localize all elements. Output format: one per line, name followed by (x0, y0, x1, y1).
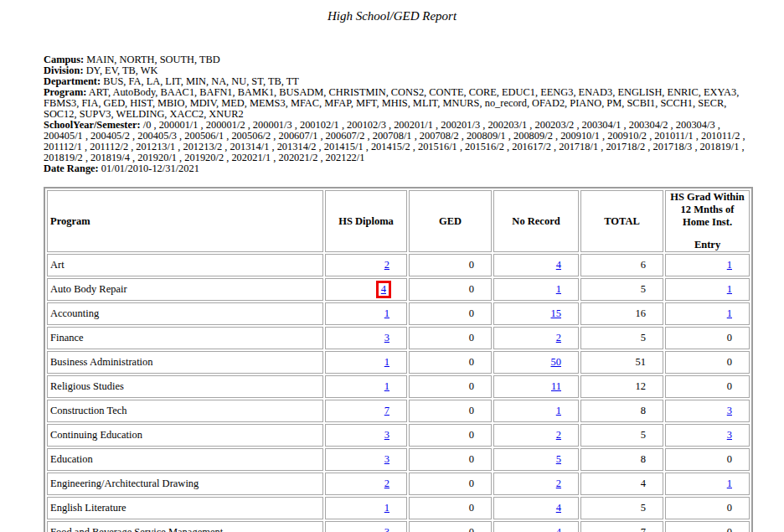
meta-value: BUS, FA, LA, LIT, MIN, NA, NU, ST, TB, T… (103, 75, 299, 87)
header-row: Program HS Diploma GED No Record TOTAL H… (47, 190, 750, 252)
no-record-link[interactable]: 1 (556, 405, 561, 416)
entry-link[interactable]: 1 (727, 283, 732, 295)
table-row: Religious Studies1011120 (47, 375, 750, 398)
ged-cell: 0 (409, 424, 492, 447)
meta-value: ART, AutoBody, BAAC1, BAFN1, BAMK1, BUSA… (44, 86, 739, 120)
no-record-cell: 2 (493, 327, 579, 349)
table-row: Finance30250 (47, 327, 750, 349)
table-row: Art20461 (47, 254, 750, 276)
total-cell: 16 (580, 302, 663, 325)
entry-link[interactable]: 1 (727, 307, 732, 319)
entry-value: 0 (727, 502, 732, 514)
entry-cell: 0 (665, 521, 750, 532)
hs-diploma-link[interactable]: 2 (384, 259, 389, 271)
meta-label: Program: (44, 86, 86, 98)
ged-value: 0 (469, 380, 474, 392)
no-record-cell: 4 (493, 497, 579, 519)
program-cell: Continuing Education (47, 424, 323, 447)
total-value: 5 (641, 332, 646, 343)
no-record-link[interactable]: 4 (556, 259, 561, 271)
hs-diploma-link[interactable]: 1 (384, 502, 389, 514)
entry-link[interactable]: 1 (727, 259, 732, 271)
hs-diploma-cell: 3 (325, 448, 407, 471)
col-header-hs-diploma: HS Diploma (325, 190, 407, 252)
ged-value: 0 (469, 453, 474, 465)
total-cell: 8 (580, 400, 663, 422)
total-cell: 6 (580, 254, 663, 276)
ged-cell: 0 (409, 254, 492, 276)
no-record-cell: 5 (493, 448, 579, 471)
no-record-link[interactable]: 15 (551, 307, 562, 319)
program-cell: Finance (47, 327, 323, 349)
no-record-link[interactable]: 5 (556, 453, 561, 465)
no-record-cell: 2 (493, 424, 579, 447)
hs-diploma-cell: 1 (325, 351, 407, 374)
hs-diploma-cell: 2 (325, 254, 407, 276)
report-filters-block: Campus: MAIN, NORTH, SOUTH, TBDDivision:… (44, 54, 761, 174)
ged-value: 0 (469, 259, 474, 271)
col-header-no-record: No Record (493, 190, 579, 252)
total-value: 5 (641, 283, 646, 295)
entry-cell: 0 (665, 375, 750, 398)
total-value: 16 (636, 307, 647, 319)
ged-value: 0 (469, 283, 474, 295)
hs-diploma-link[interactable]: 3 (384, 429, 389, 441)
entry-value: 0 (727, 453, 732, 465)
no-record-link[interactable]: 2 (556, 478, 561, 489)
table-row: Education30580 (47, 448, 750, 471)
entry-cell: 3 (665, 400, 750, 422)
col-header-total: TOTAL (580, 190, 663, 252)
entry-link[interactable]: 1 (727, 478, 732, 489)
hs-diploma-link[interactable]: 1 (384, 380, 389, 392)
table-row: Food and Beverage Service Management3047… (47, 521, 750, 532)
hs-diploma-link[interactable]: 3 (384, 332, 389, 343)
meta-value: DY, EV, TB, WK (86, 65, 158, 76)
meta-label: SchoolYear/Semester: (44, 119, 141, 131)
hs-diploma-cell: 4 (325, 278, 407, 301)
col-header-program: Program (47, 190, 323, 252)
ged-value: 0 (469, 478, 474, 489)
hs-diploma-link[interactable]: 1 (384, 356, 389, 368)
no-record-link[interactable]: 1 (556, 283, 561, 295)
table-row: English Literature10450 (47, 497, 750, 519)
table-row: Accounting1015161 (47, 302, 750, 325)
entry-value: 0 (727, 332, 732, 343)
entry-cell: 0 (665, 327, 750, 349)
entry-link[interactable]: 3 (727, 429, 732, 441)
total-value: 6 (641, 259, 646, 271)
hs-diploma-link[interactable]: 3 (384, 453, 389, 465)
hs-diploma-link[interactable]: 4 (381, 283, 386, 295)
no-record-cell: 4 (493, 254, 579, 276)
program-cell: Auto Body Repair (47, 278, 323, 301)
no-record-link[interactable]: 2 (556, 332, 561, 343)
no-record-cell: 4 (493, 521, 579, 532)
no-record-link[interactable]: 4 (556, 526, 561, 532)
program-cell: Engineering/Architectural Drawing (47, 473, 323, 495)
hs-diploma-link[interactable]: 7 (384, 405, 389, 416)
no-record-link[interactable]: 2 (556, 429, 561, 441)
total-cell: 5 (580, 424, 663, 447)
hs-diploma-link[interactable]: 1 (384, 307, 389, 319)
hs-diploma-link[interactable]: 3 (384, 526, 389, 532)
no-record-link[interactable]: 11 (551, 380, 561, 392)
ged-cell: 0 (409, 400, 492, 422)
entry-cell: 0 (665, 448, 750, 471)
table-row: Construction Tech70183 (47, 400, 750, 422)
program-cell: Construction Tech (47, 400, 323, 422)
col-header-ged: GED (409, 190, 492, 252)
total-value: 8 (641, 405, 646, 416)
total-value: 8 (641, 453, 646, 465)
entry-link[interactable]: 3 (727, 405, 732, 416)
no-record-link[interactable]: 50 (551, 356, 562, 368)
meta-label: Campus: (44, 54, 84, 65)
no-record-link[interactable]: 4 (556, 502, 561, 514)
no-record-cell: 2 (493, 473, 579, 495)
total-cell: 5 (580, 327, 663, 349)
hs-diploma-cell: 1 (325, 375, 407, 398)
ged-value: 0 (469, 526, 474, 532)
total-value: 5 (641, 502, 646, 514)
hs-diploma-link[interactable]: 2 (384, 478, 389, 489)
program-cell: English Literature (47, 497, 323, 519)
meta-label: Department: (44, 75, 101, 87)
table-row: Engineering/Architectural Drawing20241 (47, 473, 750, 495)
